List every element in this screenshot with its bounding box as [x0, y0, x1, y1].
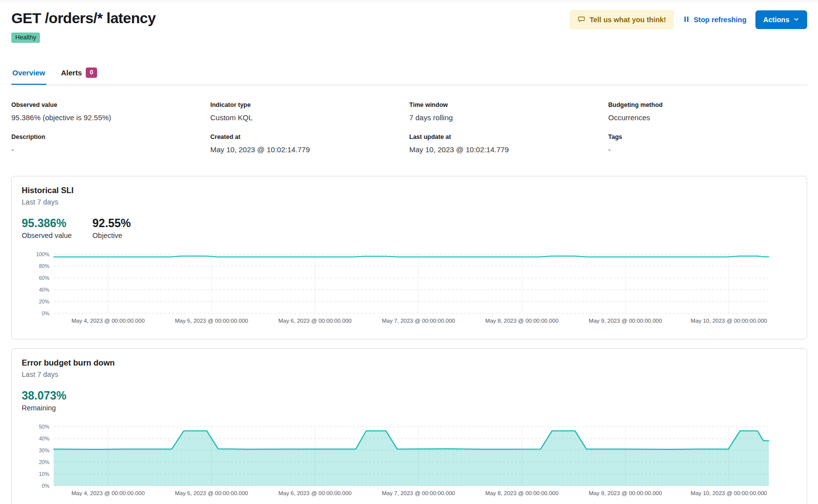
tab-alerts[interactable]: Alerts 0 — [60, 67, 98, 85]
svg-text:May 10, 2023 @ 00:00:00.000: May 10, 2023 @ 00:00:00.000 — [691, 318, 767, 324]
svg-text:May 4, 2023 @ 00:00:00.000: May 4, 2023 @ 00:00:00.000 — [71, 490, 145, 496]
svg-text:80%: 80% — [39, 263, 49, 269]
meta-created-at: Created at May 10, 2023 @ 10:02:14.779 — [210, 133, 409, 155]
tab-bar: Overview Alerts 0 — [11, 67, 807, 85]
svg-text:May 9, 2023 @ 00:00:00.000: May 9, 2023 @ 00:00:00.000 — [589, 318, 662, 324]
meta-label: Budgeting method — [608, 101, 807, 109]
svg-text:May 6, 2023 @ 00:00:00.000: May 6, 2023 @ 00:00:00.000 — [278, 318, 352, 324]
meta-value: May 10, 2023 @ 10:02:14.779 — [210, 144, 409, 155]
meta-observed-value: Observed value 95.386% (objective is 92.… — [11, 101, 210, 123]
stat-observed-value: 95.386% Observed value — [22, 216, 72, 240]
meta-value: May 10, 2023 @ 10:02:14.779 — [409, 144, 609, 155]
svg-text:0%: 0% — [42, 483, 49, 489]
meta-description: Description - — [11, 133, 210, 155]
stat-value: 92.55% — [93, 216, 131, 230]
svg-text:May 5, 2023 @ 00:00:00.000: May 5, 2023 @ 00:00:00.000 — [175, 318, 248, 324]
alerts-count-badge: 0 — [86, 67, 97, 78]
svg-text:May 6, 2023 @ 00:00:00.000: May 6, 2023 @ 00:00:00.000 — [278, 490, 352, 496]
meta-value: Occurrences — [608, 112, 807, 123]
meta-label: Created at — [210, 133, 409, 141]
feedback-button-label: Tell us what you think! — [589, 16, 666, 24]
error-budget-chart[interactable]: May 4, 2023 @ 00:00:00.000May 5, 2023 @ … — [22, 425, 797, 503]
page-title: GET /orders/* latency — [11, 8, 156, 28]
tab-overview-label: Overview — [12, 68, 45, 77]
page-header: GET /orders/* latency Healthy Tell us wh… — [11, 8, 807, 43]
error-budget-card: Error budget burn down Last 7 days 38.07… — [11, 348, 807, 504]
meta-last-update-at: Last update at May 10, 2023 @ 10:02:14.7… — [409, 133, 609, 155]
svg-text:May 7, 2023 @ 00:00:00.000: May 7, 2023 @ 00:00:00.000 — [382, 318, 455, 324]
svg-text:May 8, 2023 @ 00:00:00.000: May 8, 2023 @ 00:00:00.000 — [485, 318, 559, 324]
card-subtitle: Last 7 days — [22, 197, 797, 207]
stat-value: 95.386% — [22, 216, 72, 230]
meta-label: Last update at — [409, 133, 609, 141]
meta-value: - — [608, 144, 807, 155]
actions-button[interactable]: Actions — [755, 10, 807, 29]
svg-text:100%: 100% — [36, 252, 49, 257]
svg-text:20%: 20% — [39, 299, 49, 304]
stop-refreshing-label: Stop refreshing — [694, 16, 747, 24]
svg-text:May 10, 2023 @ 00:00:00.000: May 10, 2023 @ 00:00:00.000 — [691, 490, 767, 496]
meta-label: Observed value — [11, 101, 210, 109]
meta-value: 95.386% (objective is 92.55%) — [11, 112, 210, 123]
tab-overview[interactable]: Overview — [11, 67, 46, 85]
svg-text:40%: 40% — [39, 287, 49, 293]
stat-label: Objective — [93, 231, 131, 240]
status-badge: Healthy — [11, 33, 40, 43]
pause-icon — [683, 16, 690, 24]
svg-text:0%: 0% — [42, 310, 49, 316]
svg-text:20%: 20% — [39, 459, 49, 465]
meta-time-window: Time window 7 days rolling — [409, 101, 609, 123]
meta-label: Tags — [608, 133, 807, 141]
meta-value: 7 days rolling — [409, 112, 609, 123]
svg-text:30%: 30% — [39, 447, 49, 453]
svg-text:May 5, 2023 @ 00:00:00.000: May 5, 2023 @ 00:00:00.000 — [175, 490, 248, 496]
card-title: Error budget burn down — [22, 357, 797, 368]
historical-sli-chart[interactable]: May 4, 2023 @ 00:00:00.000May 5, 2023 @ … — [22, 252, 797, 330]
meta-label: Indicator type — [210, 101, 409, 109]
historical-sli-card: Historical SLI Last 7 days 95.386% Obser… — [11, 176, 807, 339]
stat-label: Observed value — [22, 231, 72, 240]
stop-refreshing-button[interactable]: Stop refreshing — [681, 10, 749, 30]
svg-text:May 8, 2023 @ 00:00:00.000: May 8, 2023 @ 00:00:00.000 — [485, 490, 559, 496]
actions-button-label: Actions — [763, 16, 789, 24]
page-top-strip — [0, 0, 818, 2]
stat-objective: 92.55% Objective — [93, 216, 131, 240]
svg-text:40%: 40% — [39, 436, 49, 441]
stat-label: Remaining — [22, 403, 67, 413]
card-title: Historical SLI — [22, 185, 797, 196]
tab-alerts-label: Alerts — [61, 68, 82, 77]
meta-label: Description — [11, 133, 210, 141]
meta-tags: Tags - — [608, 133, 807, 155]
speech-bubble-icon — [578, 15, 585, 25]
card-subtitle: Last 7 days — [22, 370, 797, 380]
feedback-button[interactable]: Tell us what you think! — [570, 10, 674, 30]
meta-budgeting-method: Budgeting method Occurrences — [608, 101, 807, 123]
svg-text:May 4, 2023 @ 00:00:00.000: May 4, 2023 @ 00:00:00.000 — [71, 318, 145, 324]
svg-text:10%: 10% — [39, 471, 49, 477]
svg-text:May 7, 2023 @ 00:00:00.000: May 7, 2023 @ 00:00:00.000 — [382, 490, 455, 496]
chevron-down-icon — [793, 16, 799, 24]
svg-text:May 9, 2023 @ 00:00:00.000: May 9, 2023 @ 00:00:00.000 — [589, 490, 662, 496]
meta-label: Time window — [409, 101, 609, 109]
meta-value: Custom KQL — [210, 112, 409, 123]
svg-text:60%: 60% — [39, 275, 49, 281]
slo-detail-page: GET /orders/* latency Healthy Tell us wh… — [0, 8, 818, 504]
overview-definition-grid: Observed value 95.386% (objective is 92.… — [11, 101, 807, 155]
svg-text:50%: 50% — [39, 425, 49, 430]
stat-remaining: 38.073% Remaining — [22, 389, 67, 413]
meta-indicator-type: Indicator type Custom KQL — [210, 101, 409, 123]
meta-value: - — [11, 144, 210, 155]
stat-value: 38.073% — [22, 389, 67, 403]
